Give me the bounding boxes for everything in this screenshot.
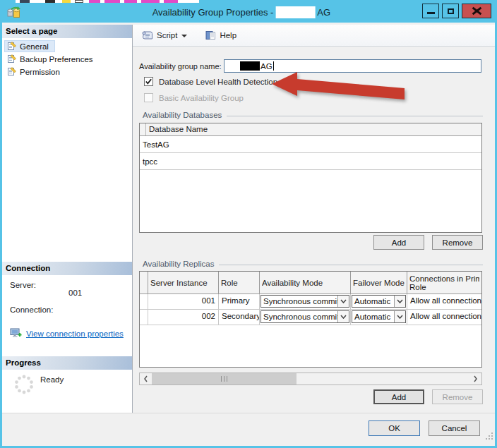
text-caret (273, 61, 274, 71)
database-health-label: Database Level Health Detection (159, 78, 277, 86)
chevron-down-icon (394, 296, 405, 307)
chevron-down-icon (337, 296, 349, 307)
script-button[interactable]: Script (141, 30, 188, 40)
progress-spinner-icon (13, 374, 35, 398)
failover-mode-cell: Automatic (351, 294, 407, 309)
close-icon (472, 7, 481, 15)
databases-table-header: Database Name (140, 123, 481, 136)
checkbox-unchecked-icon (144, 93, 153, 102)
page-icon (7, 67, 16, 76)
role-cell: Secondary (219, 310, 260, 325)
chevron-left-icon (143, 375, 148, 382)
failover-mode-column-header: Failover Mode (353, 279, 405, 287)
progress-header: Progress (2, 356, 132, 370)
script-icon (141, 30, 153, 40)
resize-grip-icon[interactable] (486, 430, 493, 442)
availability-replicas-group: Availability Replicas (143, 260, 483, 268)
footer-divider (2, 413, 495, 413)
availability-mode-combo[interactable]: Synchronous commit (261, 295, 349, 308)
toolbar: Script Help (133, 25, 495, 47)
sidebar-item-backup-preferences[interactable]: Backup Preferences (4, 53, 100, 65)
availability-group-properties-dialog: Availability Group Properties - AG Selec… (0, 0, 497, 448)
sidebar-item-general[interactable]: General (4, 40, 55, 52)
general-page-content: Availability group name: AG Database Lev… (133, 47, 495, 412)
scrollbar-track[interactable] (152, 373, 469, 385)
failover-mode-combo[interactable]: Automatic (352, 295, 406, 308)
connections-cell: Allow all connections (407, 294, 481, 309)
replicas-remove-button: Remove (432, 389, 483, 404)
select-a-page-header: Select a page (2, 25, 132, 38)
availability-mode-combo[interactable]: Synchronous commit (261, 310, 349, 323)
table-row[interactable]: TestAG (140, 136, 481, 153)
basic-availability-label: Basic Availability Group (159, 94, 244, 102)
sidebar-item-label: Backup Preferences (20, 55, 93, 63)
replicas-grid-header: Server Instance Role Availability Mode F… (140, 272, 481, 294)
help-label: Help (220, 31, 236, 40)
server-value: 001 (68, 289, 82, 297)
scroll-left-button[interactable] (140, 373, 152, 385)
availability-databases-group: Availability Databases (143, 111, 483, 119)
grip-icon (221, 376, 227, 382)
database-name-cell: tpcc (143, 157, 157, 166)
availability-group-icon (7, 6, 22, 21)
name-redaction-box (240, 61, 260, 71)
databases-table[interactable]: Database Name TestAG tpcc (139, 123, 482, 233)
availability-replicas-title: Availability Replicas (143, 260, 214, 268)
connections-column-header: Connections in Prima Role (407, 272, 481, 293)
script-label: Script (157, 31, 177, 40)
group-divider (227, 116, 483, 116)
availability-mode-column-header: Availability Mode (262, 279, 348, 287)
databases-add-button[interactable]: Add (373, 235, 424, 250)
sidebar-item-label: Permission (20, 68, 60, 76)
availability-group-name-label: Availability group name: (139, 62, 222, 71)
availability-mode-cell: Synchronous commit (260, 310, 351, 325)
minimize-button[interactable] (422, 4, 439, 18)
title-redaction-box (275, 6, 315, 18)
progress-status: Ready (40, 375, 64, 384)
database-health-checkbox[interactable]: Database Level Health Detection (144, 77, 277, 86)
name-value: AG (261, 62, 273, 71)
dialog-body: Select a page General Backup Preferences… (2, 23, 495, 446)
chevron-down-icon (337, 311, 349, 322)
help-icon (205, 30, 216, 40)
help-button[interactable]: Help (205, 30, 236, 40)
scrollbar-thumb[interactable] (152, 373, 297, 385)
chevron-right-icon (473, 375, 478, 382)
replicas-grid[interactable]: Server Instance Role Availability Mode F… (139, 271, 482, 368)
connection-label: Connection: (10, 305, 53, 314)
row-header-cell (140, 123, 146, 135)
window-title: Availability Group Properties - AG (152, 1, 331, 23)
view-connection-properties-link[interactable]: View connection properties (26, 329, 124, 338)
ok-button[interactable]: OK (369, 420, 420, 436)
server-instance-cell: 001 (148, 294, 219, 309)
page-icon (7, 42, 16, 51)
scroll-right-button[interactable] (469, 373, 481, 385)
failover-mode-combo[interactable]: Automatic (352, 310, 406, 323)
replica-row-secondary[interactable]: 002 Secondary Synchronous commit Automat… (140, 310, 481, 325)
maximize-icon (448, 8, 454, 14)
sidebar-item-label: General (20, 42, 49, 51)
replica-row-primary[interactable]: 001 Primary Synchronous commit Automatic (140, 294, 481, 310)
chevron-down-icon (181, 35, 187, 37)
server-instance-cell: 002 (148, 310, 219, 325)
availability-databases-title: Availability Databases (143, 111, 222, 119)
sidebar: Select a page General Backup Preferences… (2, 25, 132, 413)
maximize-button[interactable] (442, 4, 459, 18)
availability-mode-cell: Synchronous commit (260, 294, 351, 309)
database-name-cell: TestAG (143, 140, 169, 149)
failover-mode-cell: Automatic (351, 310, 407, 325)
connection-properties-icon (10, 328, 22, 339)
title-bar: Availability Group Properties - AG (1, 1, 496, 23)
basic-availability-checkbox: Basic Availability Group (144, 93, 244, 102)
databases-remove-button[interactable]: Remove (432, 235, 483, 250)
group-divider (219, 265, 483, 265)
annotation-arrow-icon (270, 71, 406, 107)
horizontal-scrollbar[interactable] (139, 373, 482, 385)
chevron-down-icon (394, 311, 405, 322)
cancel-button[interactable]: Cancel (429, 420, 480, 436)
sidebar-item-permission[interactable]: Permission (4, 66, 66, 78)
replicas-add-button[interactable]: Add (373, 389, 424, 404)
table-row[interactable]: tpcc (140, 153, 481, 170)
server-label: Server: (10, 281, 36, 289)
close-button[interactable] (462, 4, 491, 18)
